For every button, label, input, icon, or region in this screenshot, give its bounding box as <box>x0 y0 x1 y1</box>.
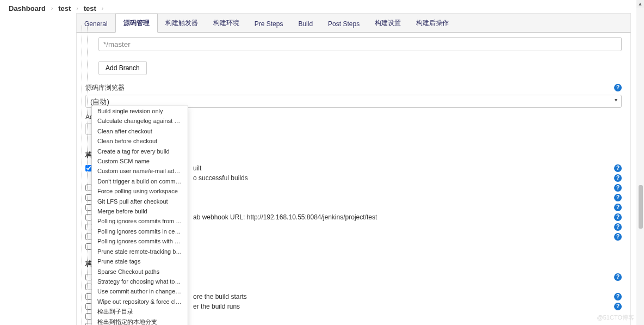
behaviour-option[interactable]: Strategy for choosing what to build <box>92 277 188 286</box>
behaviour-option[interactable]: Custom SCM name <box>92 156 188 166</box>
help-icon[interactable]: ? <box>614 273 622 281</box>
behaviour-option[interactable]: Calculate changelog against a specific b… <box>92 116 188 126</box>
behaviour-option[interactable]: Polling ignores commits from certain use… <box>92 216 188 226</box>
behaviour-option[interactable]: 检出到子目录 <box>92 306 188 316</box>
help-icon[interactable]: ? <box>614 174 622 182</box>
help-icon[interactable]: ? <box>614 204 622 211</box>
behaviour-option[interactable]: Don't trigger a build on commit notifica… <box>92 176 188 186</box>
add-branch-button[interactable]: Add Branch <box>98 61 147 75</box>
behaviour-option[interactable]: Clean before checkout <box>92 136 188 146</box>
help-icon[interactable]: ? <box>614 84 622 91</box>
help-icon[interactable]: ? <box>614 223 622 231</box>
help-icon[interactable]: ? <box>614 194 622 201</box>
trigger-label-tail: o successful builds <box>193 174 248 182</box>
help-icon[interactable]: ? <box>614 293 622 301</box>
behaviour-option[interactable]: Clean after checkout <box>92 126 188 136</box>
help-icon[interactable]: ? <box>614 184 622 192</box>
behaviour-option[interactable]: Build single revision only <box>92 106 188 116</box>
branch-specifier-input[interactable] <box>98 37 622 51</box>
tab-settings[interactable]: 构建设置 <box>367 14 408 32</box>
env-label-tail: er the build runs <box>193 303 240 310</box>
scroll-up-icon[interactable]: ▲ <box>636 0 644 8</box>
tab-general[interactable]: General <box>77 16 115 32</box>
tab-postbuild[interactable]: 构建后操作 <box>408 14 456 32</box>
tab-env[interactable]: 构建环境 <box>206 14 247 32</box>
behaviour-option[interactable]: 检出到指定的本地分支 <box>92 317 188 325</box>
help-icon[interactable]: ? <box>614 213 622 221</box>
additional-behaviours-dropdown[interactable]: Build single revision onlyCalculate chan… <box>91 106 188 325</box>
tab-post-steps[interactable]: Post Steps <box>320 16 367 32</box>
behaviour-option[interactable]: Sparse Checkout paths <box>92 267 188 277</box>
repo-browser-label: 源码库浏览器 <box>85 83 125 93</box>
tab-build[interactable]: Build <box>290 16 320 32</box>
behaviour-option[interactable]: Git LFS pull after checkout <box>92 197 188 206</box>
behaviour-option[interactable]: Merge before build <box>92 206 188 216</box>
behaviour-option[interactable]: Custom user name/e-mail address <box>92 166 188 176</box>
behaviour-option[interactable]: Polling ignores commits with certain mes… <box>92 236 188 246</box>
help-icon[interactable]: ? <box>614 233 622 241</box>
behaviour-option[interactable]: Use commit author in changelog <box>92 286 188 296</box>
watermark: @51CTO博客 <box>597 314 634 322</box>
breadcrumb-item[interactable]: test <box>84 4 96 13</box>
help-icon[interactable]: ? <box>614 303 622 310</box>
trigger-label-tail: uilt <box>193 164 201 172</box>
behaviour-option[interactable]: Create a tag for every build <box>92 146 188 156</box>
tab-scm[interactable]: 源码管理 <box>115 14 158 33</box>
breadcrumb-dashboard[interactable]: Dashboard <box>9 4 46 13</box>
behaviour-option[interactable]: Prune stale tags <box>92 256 188 266</box>
page-scrollbar-thumb[interactable] <box>639 185 643 229</box>
tab-triggers[interactable]: 构建触发器 <box>158 14 206 32</box>
breadcrumb-item[interactable]: test <box>58 4 71 13</box>
trigger-label-gitlab-tail: ab webhook URL: http://192.168.10.55:808… <box>193 213 377 221</box>
behaviour-option[interactable]: Prune stale remote-tracking branches <box>92 247 188 256</box>
config-tabs: General 源码管理 构建触发器 构建环境 Pre Steps Build … <box>76 13 631 33</box>
behaviour-option[interactable]: Polling ignores commits in certain paths <box>92 226 188 236</box>
tab-pre-steps[interactable]: Pre Steps <box>247 16 291 32</box>
env-label-tail: ore the build starts <box>193 293 247 301</box>
chevron-right-icon: › <box>51 5 53 11</box>
chevron-right-icon: › <box>76 5 78 11</box>
behaviour-option[interactable]: Wipe out repository & force clone <box>92 297 188 306</box>
page-scrollbar-track[interactable]: ▲ <box>636 0 644 325</box>
chevron-right-icon: › <box>102 5 103 11</box>
help-icon[interactable]: ? <box>614 164 622 172</box>
behaviour-option[interactable]: Force polling using workspace <box>92 186 188 196</box>
